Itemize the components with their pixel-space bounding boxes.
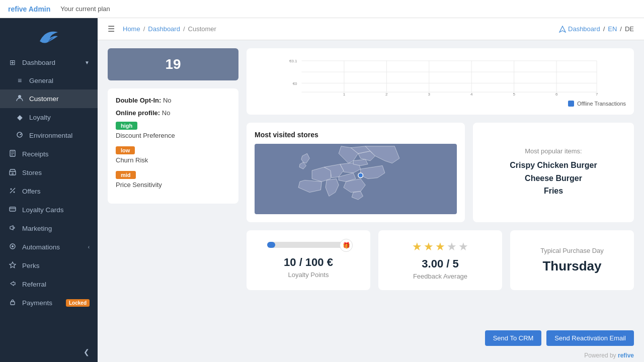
header-lang-en[interactable]: EN [608,25,617,33]
powered-by-text: Powered by [584,352,616,359]
chevron-icon: ‹ [88,244,90,250]
sidebar-collapse-button[interactable]: ❮ [84,348,90,356]
sidebar-item-stores[interactable]: Stores [0,163,98,182]
loyalty-points-label: Loyalty Points [288,271,329,279]
chevron-down-icon: ▼ [85,60,90,65]
sidebar: ⊞ Dashboard ▼ ≡ General Customer ◆ Loyal… [0,18,98,362]
send-to-crm-button[interactable]: Send To CRM [485,330,542,346]
sidebar-item-perks[interactable]: Perks [0,256,98,275]
svg-text:3: 3 [428,92,431,97]
sidebar-item-receipts[interactable]: Receipts [0,145,98,163]
sidebar-item-loyalty[interactable]: ◆ Loyalty [0,108,98,126]
sidebar-label-offers: Offers [22,188,41,195]
feedback-label: Feedback Average [413,273,467,280]
popular-items-card: Most popular items: Crispy Chicken Burge… [473,123,634,222]
loyalty-points-card: 🎁 10 / 100 € Loyalty Points [247,230,370,290]
popular-item-3: Fries [481,185,626,198]
header-lang-sep: / [620,25,622,33]
legend-label: Offline Transactions [577,101,626,107]
transaction-chart-card: €0.1 €0 1 2 3 4 [247,48,634,115]
purchase-day-card: Typical Purchase Day Thursday [510,230,634,290]
star-1: ★ [412,240,422,253]
hamburger-menu[interactable]: ☰ [108,24,115,34]
content-footer: Send To CRM Send Reactivation Email [98,325,644,351]
sidebar-label-automations: Automations [22,243,60,251]
svg-point-0 [18,95,21,98]
sidebar-item-general[interactable]: ≡ General [0,71,98,89]
purchase-day-value: Thursday [542,258,601,274]
europe-map [255,144,457,214]
environmental-icon [15,131,24,140]
powered-by: Powered by refive [98,351,644,362]
svg-rect-15 [11,302,15,305]
discount-tag: high [116,122,137,130]
bottom-row: 🎁 10 / 100 € Loyalty Points ★ ★ ★ ★ [247,230,634,290]
sidebar-item-automations[interactable]: Automations ‹ [0,238,98,256]
customer-icon [15,95,24,103]
header-dashboard-link[interactable]: Dashboard [559,25,600,33]
most-visited-stores-card: Most visited stores [247,123,465,222]
sidebar-label-stores: Stores [22,169,42,176]
price-label: Price Sensitivity [116,181,162,189]
plan-label: Your current plan [60,5,110,13]
powered-by-brand[interactable]: refive [618,352,634,359]
customer-info-card: Double Opt-In: No Online profile: No hig… [108,88,238,204]
sidebar-label-payments: Payments [22,299,52,307]
header-sep: / [603,25,605,33]
sidebar-item-customer[interactable]: Customer [0,89,98,108]
star-4: ★ [447,240,457,253]
sidebar-label-environmental: Environmental [29,132,72,139]
middle-row: Most visited stores [247,123,634,222]
offers-icon [8,187,17,196]
feedback-stars: ★ ★ ★ ★ ★ [412,240,468,253]
popular-item-2: Cheese Burger [481,172,626,185]
header-lang-de[interactable]: DE [625,25,634,33]
sidebar-item-loyalty-cards[interactable]: Loyalty Cards [0,201,98,219]
feedback-rating: 3.00 / 5 [422,257,458,270]
customer-id: 19 [165,56,181,72]
content-header: ☰ Home / Dashboard / Customer Dashboard … [98,18,644,40]
sidebar-item-marketing[interactable]: Marketing [0,219,98,238]
svg-text:€0: €0 [293,81,297,86]
sidebar-label-perks: Perks [22,262,40,269]
churn-tag: low [116,146,135,154]
sidebar-item-payments[interactable]: Payments Locked [0,294,98,312]
stores-icon [8,168,17,177]
feedback-card: ★ ★ ★ ★ ★ 3.00 / 5 Feedback Average [378,230,502,290]
svg-text:2: 2 [385,92,388,97]
locked-badge: Locked [66,299,90,307]
sidebar-label-loyalty: Loyalty [29,114,51,121]
svg-point-37 [358,173,363,178]
footer-buttons: Send To CRM Send Reactivation Email [485,330,634,346]
double-optin-row: Double Opt-In: No [116,97,230,104]
discount-label: Discount Preference [116,132,175,139]
stores-card-title: Most visited stores [255,131,457,139]
sidebar-label-marketing: Marketing [22,225,52,232]
breadcrumb-home[interactable]: Home [123,25,140,33]
header-dashboard-label: Dashboard [568,25,600,33]
send-reactivation-email-button[interactable]: Send Reactivation Email [546,330,634,346]
automations-icon [8,243,17,251]
main-layout: ⊞ Dashboard ▼ ≡ General Customer ◆ Loyal… [0,18,644,362]
sidebar-nav: ⊞ Dashboard ▼ ≡ General Customer ◆ Loyal… [0,51,98,342]
svg-rect-7 [12,172,14,175]
sidebar-label-referral: Referral [22,281,46,288]
receipts-icon [8,150,17,158]
online-profile-row: Online profile: No [116,109,230,117]
sidebar-item-dashboard[interactable]: ⊞ Dashboard ▼ [0,53,98,71]
double-optin-value: No [163,97,172,104]
breadcrumb-dashboard[interactable]: Dashboard [148,25,180,33]
double-optin-label: Double Opt-In: [116,97,161,104]
sidebar-item-referral[interactable]: Referral [0,275,98,294]
churn-label: Churn Risk [116,156,148,164]
svg-text:€0.1: €0.1 [289,59,297,63]
svg-text:7: 7 [596,92,598,97]
popular-item-1: Crispy Chicken Burger [481,159,626,172]
svg-text:6: 6 [555,92,558,97]
legend-dot [568,101,574,107]
sidebar-item-offers[interactable]: Offers [0,182,98,201]
churn-risk-row: low Churn Risk [116,146,230,164]
svg-point-9 [14,192,15,193]
sidebar-item-environmental[interactable]: Environmental [0,126,98,145]
sidebar-label-loyalty-cards: Loyalty Cards [22,206,64,214]
